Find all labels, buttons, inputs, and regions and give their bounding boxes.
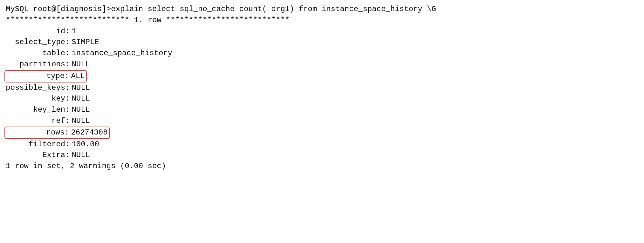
field-id: id: 1 [6, 26, 638, 37]
highlight-box: type: ALL [4, 70, 87, 82]
field-label: rows [6, 127, 65, 138]
field-sep: : [65, 71, 71, 82]
field-label: select_type [6, 37, 65, 48]
field-rows-row: rows: 26274308 [6, 127, 638, 139]
field-key-len: key_len: NULL [6, 104, 638, 115]
field-value: NULL [72, 59, 90, 70]
result-footer: 1 row in set, 2 warnings (0.00 sec) [6, 161, 638, 172]
field-label: ref [6, 115, 65, 127]
field-value: NULL [72, 150, 90, 161]
field-label: Extra [6, 150, 65, 161]
field-label: key_len [6, 104, 65, 115]
field-value: NULL [72, 104, 90, 115]
field-label: id [6, 26, 65, 37]
sql-command: explain select sql_no_cache count( org1)… [111, 5, 436, 13]
command-line[interactable]: MySQL root@[diagnosis]>explain select sq… [6, 4, 638, 15]
field-label: partitions [6, 59, 65, 70]
field-value: 1 [72, 26, 76, 37]
field-label: key [6, 93, 65, 104]
field-label: table [6, 48, 65, 59]
field-type-row: type: ALL [6, 70, 638, 82]
field-select-type: select_type: SIMPLE [6, 37, 638, 48]
field-sep: : [65, 150, 72, 161]
field-label: type [6, 71, 65, 82]
field-value: 26274308 [71, 127, 107, 138]
field-sep: : [65, 115, 72, 127]
field-label: filtered [6, 139, 65, 150]
field-partitions: partitions: NULL [6, 59, 638, 70]
field-value: 100.00 [72, 139, 99, 150]
field-value: NULL [72, 115, 90, 127]
field-sep: : [65, 104, 72, 115]
field-sep: : [65, 93, 72, 104]
field-sep: : [65, 26, 72, 37]
field-filtered: filtered: 100.00 [6, 139, 638, 150]
field-sep: : [65, 139, 72, 150]
field-sep: : [65, 37, 72, 48]
field-value: instance_space_history [72, 48, 172, 59]
field-value: NULL [72, 93, 90, 104]
highlight-box: rows: 26274308 [4, 127, 110, 139]
field-value: SIMPLE [72, 37, 99, 48]
field-value: ALL [71, 71, 85, 82]
field-sep: : [65, 127, 71, 138]
field-key: key: NULL [6, 93, 638, 104]
field-sep: : [65, 48, 72, 59]
field-value: NULL [72, 82, 90, 94]
row-header: *************************** 1. row *****… [6, 15, 638, 26]
prompt: MySQL root@[diagnosis]> [6, 5, 111, 13]
field-extra: Extra: NULL [6, 150, 638, 161]
field-table: table: instance_space_history [6, 48, 638, 59]
field-ref: ref: NULL [6, 115, 638, 127]
field-sep: : [65, 59, 72, 70]
field-sep: : [65, 82, 72, 94]
field-label: possible_keys [6, 82, 65, 94]
field-possible-keys: possible_keys: NULL [6, 82, 638, 94]
